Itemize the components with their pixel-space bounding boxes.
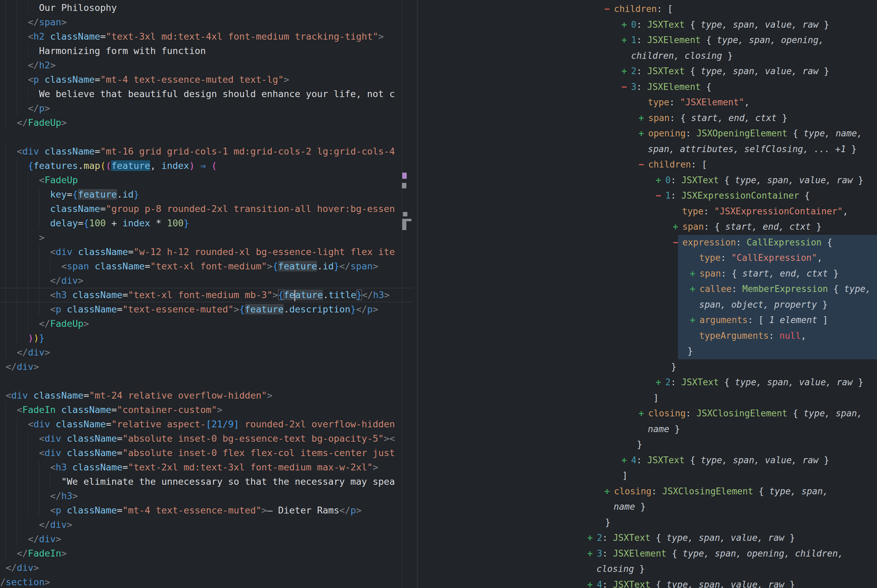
ast-row[interactable]: −expression: CallExpression { bbox=[418, 235, 877, 250]
expand-toggle-icon[interactable]: + bbox=[638, 126, 648, 141]
ast-row[interactable]: } bbox=[418, 344, 877, 359]
expand-toggle-icon[interactable]: + bbox=[622, 64, 631, 79]
code-line[interactable]: key={feature.id} bbox=[0, 188, 413, 202]
ast-row[interactable]: −children: [ bbox=[418, 2, 877, 17]
expand-toggle-icon[interactable]: + bbox=[656, 375, 665, 390]
ast-row[interactable]: +span: { start, end, ctxt } bbox=[418, 219, 877, 235]
code-line[interactable]: delay={100 + index * 100} bbox=[0, 216, 413, 230]
ast-row[interactable]: +0: JSXText { type, span, value, raw } bbox=[418, 17, 877, 33]
code-line[interactable]: "We eliminate the unnecessary so that th… bbox=[0, 474, 413, 489]
expand-toggle-icon[interactable]: + bbox=[587, 546, 597, 562]
ast-row[interactable]: type: "CallExpression", bbox=[418, 250, 877, 266]
editor-viewport[interactable]: Our Philosophy </span> <h2 className="te… bbox=[0, 1, 413, 587]
expand-toggle-icon[interactable]: + bbox=[638, 110, 648, 126]
ast-row[interactable]: type: "JSXExpressionContainer", bbox=[418, 204, 877, 219]
ast-row[interactable]: +2: JSXText { type, span, value, raw } bbox=[418, 530, 877, 546]
ast-row[interactable]: ] bbox=[418, 390, 877, 406]
ast-row[interactable]: +callee: MemberExpression { type, bbox=[418, 281, 877, 297]
ast-row[interactable]: } bbox=[418, 359, 877, 375]
code-line[interactable] bbox=[0, 374, 413, 388]
code-line[interactable]: <div className="mt-16 grid grid-cols-1 m… bbox=[0, 144, 413, 159]
code-line[interactable]: <h3 className="text-2xl md:text-3xl font… bbox=[0, 460, 413, 474]
code-line[interactable]: <div className="w-12 h-12 rounded-xl bg-… bbox=[0, 245, 413, 259]
code-line[interactable]: <div className="absolute inset-0 flex fl… bbox=[0, 446, 413, 460]
ast-row[interactable]: −1: JSXExpressionContainer { bbox=[418, 188, 877, 204]
code-line[interactable]: ))} bbox=[0, 331, 413, 345]
code-line[interactable]: <FadeUp bbox=[0, 173, 413, 188]
ast-row[interactable]: type: "JSXElement", bbox=[418, 95, 877, 110]
code-line[interactable]: </div> bbox=[0, 518, 413, 532]
code-line[interactable]: </h3> bbox=[0, 489, 413, 503]
code-line[interactable]: <p className="mt-4 text-essence-muted te… bbox=[0, 72, 413, 87]
code-line[interactable]: </div> bbox=[0, 532, 413, 546]
ast-row[interactable]: +1: JSXElement { type, span, opening, bbox=[418, 33, 877, 48]
expand-toggle-icon[interactable]: + bbox=[587, 577, 597, 588]
ast-row[interactable]: closing } bbox=[418, 561, 877, 577]
code-editor-panel[interactable]: Our Philosophy </span> <h2 className="te… bbox=[0, 0, 417, 588]
collapse-toggle-icon[interactable]: − bbox=[622, 79, 631, 95]
code-line[interactable]: </p> bbox=[0, 101, 413, 116]
expand-toggle-icon[interactable]: + bbox=[638, 406, 648, 422]
code-line[interactable]: <div className="mt-24 relative overflow-… bbox=[0, 388, 413, 403]
expand-toggle-icon[interactable]: + bbox=[622, 33, 631, 48]
collapse-toggle-icon[interactable]: − bbox=[604, 2, 614, 17]
code-line[interactable]: <span className="text-xl font-medium">{f… bbox=[0, 259, 413, 273]
expand-toggle-icon[interactable]: + bbox=[622, 453, 631, 468]
code-line[interactable]: </span> bbox=[0, 15, 413, 29]
ast-row[interactable]: children, closing } bbox=[418, 48, 877, 64]
code-line[interactable]: Harmonizing form with function bbox=[0, 44, 413, 58]
collapse-toggle-icon[interactable]: − bbox=[673, 235, 682, 250]
collapse-toggle-icon[interactable]: − bbox=[656, 188, 665, 204]
ast-row[interactable]: } bbox=[418, 437, 877, 453]
ast-row[interactable]: +0: JSXText { type, span, value, raw } bbox=[418, 172, 877, 188]
ast-row[interactable]: +span: { start, end, ctxt } bbox=[418, 266, 877, 282]
ast-row[interactable]: +2: JSXText { type, span, value, raw } bbox=[418, 375, 877, 390]
code-line[interactable]: > bbox=[0, 230, 413, 245]
expand-toggle-icon[interactable]: + bbox=[673, 219, 682, 235]
code-line[interactable]: {features.map((feature, index) ⇒ ( bbox=[0, 159, 413, 173]
code-line[interactable]: className="group p-8 rounded-2xl transit… bbox=[0, 202, 413, 216]
code-line[interactable]: </FadeIn> bbox=[0, 546, 413, 561]
expand-toggle-icon[interactable]: + bbox=[656, 172, 665, 188]
expand-toggle-icon[interactable]: + bbox=[690, 281, 700, 297]
ast-row[interactable]: span, object, property } bbox=[418, 297, 877, 313]
code-line[interactable]: </FadeUp> bbox=[0, 316, 413, 331]
code-line[interactable]: </section> bbox=[0, 575, 413, 587]
expand-toggle-icon[interactable]: + bbox=[622, 17, 631, 33]
code-line[interactable]: <p className="mt-4 text-essence-muted">—… bbox=[0, 503, 413, 518]
code-line[interactable]: <div className="absolute inset-0 bg-esse… bbox=[0, 431, 413, 446]
ast-row[interactable]: span, attributes, selfClosing, ... +1 } bbox=[418, 141, 877, 157]
ast-row[interactable]: +closing: JSXClosingElement { type, span… bbox=[418, 406, 877, 422]
code-line[interactable]: </h2> bbox=[0, 58, 413, 72]
code-line[interactable] bbox=[0, 130, 413, 144]
ast-row[interactable]: +opening: JSXOpeningElement { type, name… bbox=[418, 126, 877, 141]
code-line[interactable]: </div> bbox=[0, 360, 413, 374]
ast-row[interactable]: −3: JSXElement { bbox=[418, 79, 877, 95]
ast-row[interactable]: +span: { start, end, ctxt } bbox=[418, 110, 877, 126]
ast-row[interactable]: } bbox=[418, 515, 877, 531]
ast-row[interactable]: +4: JSXText { type, span, value, raw } bbox=[418, 577, 877, 588]
code-line[interactable]: </div> bbox=[0, 273, 413, 288]
code-line[interactable]: <p className="text-essence-muted">{featu… bbox=[0, 302, 413, 316]
ast-row[interactable]: ] bbox=[418, 468, 877, 484]
expand-toggle-icon[interactable]: + bbox=[690, 312, 700, 328]
expand-toggle-icon[interactable]: + bbox=[604, 484, 614, 500]
code-line[interactable]: </div> bbox=[0, 561, 413, 575]
expand-toggle-icon[interactable]: + bbox=[690, 266, 700, 282]
code-line[interactable]: <FadeIn className="container-custom"> bbox=[0, 403, 413, 417]
ast-row[interactable]: name } bbox=[418, 499, 877, 515]
ast-row[interactable]: +4: JSXText { type, span, value, raw } bbox=[418, 453, 877, 468]
collapse-toggle-icon[interactable]: − bbox=[638, 157, 648, 172]
code-line[interactable]: <div className="relative aspect-[21/9] r… bbox=[0, 417, 413, 431]
ast-row[interactable]: name } bbox=[418, 422, 877, 437]
ast-row[interactable]: +2: JSXText { type, span, value, raw } bbox=[418, 64, 877, 79]
code-line[interactable]: </FadeUp> bbox=[0, 116, 413, 130]
ast-row[interactable]: +3: JSXElement { type, span, opening, ch… bbox=[418, 546, 877, 562]
ast-row[interactable]: typeArguments: null, bbox=[418, 328, 877, 344]
code-line-current[interactable]: <h3 className="text-xl font-medium mb-3"… bbox=[0, 288, 413, 302]
ast-panel[interactable]: −children: [+0: JSXText { type, span, va… bbox=[417, 0, 877, 588]
code-line[interactable]: Our Philosophy bbox=[0, 1, 413, 15]
expand-toggle-icon[interactable]: + bbox=[587, 530, 597, 546]
ast-row[interactable]: +arguments: [ 1 element ] bbox=[418, 312, 877, 328]
ast-row[interactable]: −children: [ bbox=[418, 157, 877, 172]
